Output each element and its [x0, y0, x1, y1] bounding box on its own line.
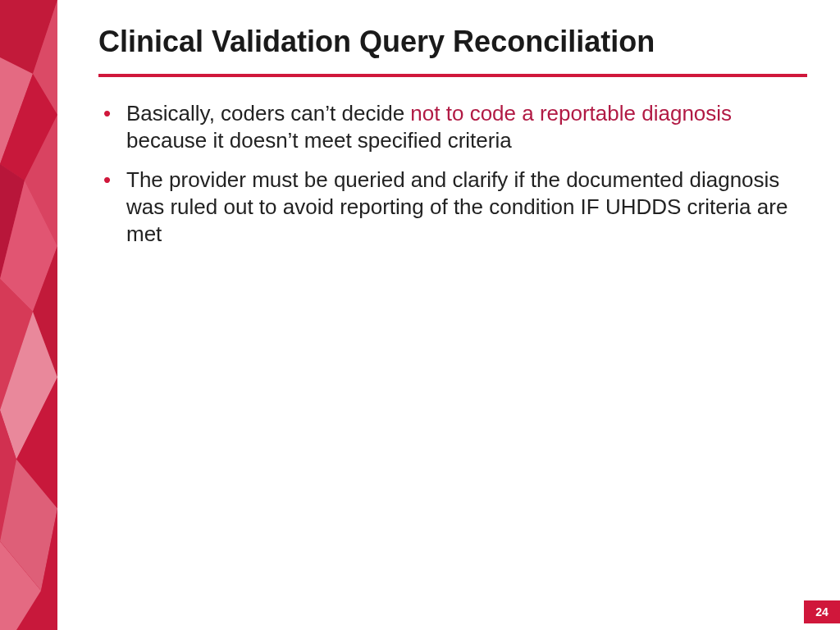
bullet-list: Basically, coders can’t decide not to co… [98, 100, 807, 248]
bullet-item: The provider must be queried and clarify… [98, 167, 807, 249]
page-number-badge: 24 [804, 600, 840, 623]
bullet-text-pre: Basically, coders can’t decide [126, 101, 410, 126]
side-decor [0, 0, 57, 630]
content-area: Clinical Validation Query Reconciliation… [57, 0, 840, 630]
bullet-text-pre: The provider must be queried and clarify… [126, 167, 788, 247]
bullet-text-post: because it doesn’t meet specified criter… [126, 128, 512, 153]
bullet-item: Basically, coders can’t decide not to co… [98, 100, 807, 155]
page-number: 24 [815, 605, 829, 619]
bullet-text-emph: not to code a reportable diagnosis [410, 101, 732, 126]
geometric-pattern-icon [0, 0, 57, 630]
slide-title: Clinical Validation Query Reconciliation [98, 25, 807, 59]
title-divider [98, 74, 807, 77]
slide: Clinical Validation Query Reconciliation… [0, 0, 840, 630]
